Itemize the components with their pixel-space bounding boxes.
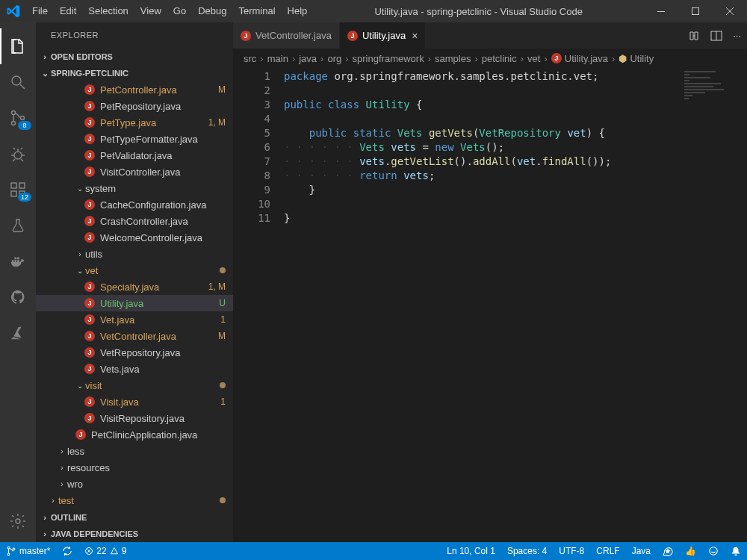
sidebar-title: EXPLORER: [36, 22, 233, 49]
status-smile-icon[interactable]: [702, 542, 725, 560]
breadcrumb-seg[interactable]: src: [244, 53, 256, 64]
activity-explorer[interactable]: [0, 28, 36, 64]
file-VisitRepository.java[interactable]: JVisitRepository.java: [36, 410, 233, 426]
status-thumbs-icon[interactable]: 👍: [679, 542, 702, 560]
activity-azure[interactable]: [0, 315, 36, 351]
java-icon: J: [84, 149, 96, 161]
status-branch[interactable]: master*: [0, 542, 56, 560]
status-bell-icon[interactable]: [725, 542, 747, 560]
code-content[interactable]: package org.springframework.samples.petc…: [284, 68, 747, 542]
tree-label: Vets.java: [100, 364, 233, 375]
tree-label: Utility.java: [100, 298, 219, 309]
status-encoding[interactable]: UTF-8: [553, 542, 590, 560]
breadcrumb-seg[interactable]: ⬢Utility: [619, 53, 654, 64]
file-PetValidator.java[interactable]: JPetValidator.java: [36, 147, 233, 164]
menu-debug[interactable]: Debug: [192, 0, 232, 22]
tab-Utility.java[interactable]: JUtility.java×: [340, 22, 426, 49]
section-outline[interactable]: ›OUTLINE: [36, 509, 233, 526]
minimize-button[interactable]: [644, 0, 678, 22]
status-problems[interactable]: 22 9: [78, 542, 132, 560]
status-feedback-icon[interactable]: [657, 542, 679, 560]
breadcrumb-seg[interactable]: main: [267, 53, 288, 64]
folder-visit[interactable]: ⌄visit: [36, 377, 233, 393]
close-icon[interactable]: ×: [412, 30, 418, 42]
file-Utility.java[interactable]: JUtility.javaU: [36, 295, 233, 311]
folder-less[interactable]: ›less: [36, 443, 233, 459]
svg-point-2: [12, 76, 21, 85]
menu-help[interactable]: Help: [282, 0, 314, 22]
svg-rect-10: [19, 183, 25, 188]
status-lang[interactable]: Java: [626, 542, 657, 560]
chevron-icon: ›: [48, 497, 58, 505]
menu-edit[interactable]: Edit: [54, 0, 82, 22]
folder-utils[interactable]: ›utils: [36, 246, 233, 262]
file-Vets.java[interactable]: JVets.java: [36, 361, 233, 377]
file-VetRepository.java[interactable]: JVetRepository.java: [36, 344, 233, 361]
maximize-button[interactable]: [678, 0, 713, 22]
breadcrumbs[interactable]: src›main›java›org›springframework›sample…: [233, 49, 747, 68]
java-icon: J: [84, 412, 96, 424]
class-icon: ⬢: [619, 53, 627, 64]
menu-selection[interactable]: Selection: [82, 0, 134, 22]
breadcrumb-seg[interactable]: petclinic: [482, 53, 517, 64]
menu-file[interactable]: File: [26, 0, 54, 22]
status-sync[interactable]: [56, 542, 78, 560]
folder-vet[interactable]: ⌄vet: [36, 262, 233, 279]
menu-terminal[interactable]: Terminal: [232, 0, 281, 22]
more-icon[interactable]: ···: [733, 30, 741, 41]
section-project[interactable]: ⌄SPRING-PETCLINIC: [36, 65, 233, 81]
status-position[interactable]: Ln 10, Col 1: [441, 542, 501, 560]
folder-test[interactable]: ›test: [36, 492, 233, 508]
file-Vet.java[interactable]: JVet.java1: [36, 311, 233, 328]
java-icon: J: [75, 429, 87, 441]
java-icon: J: [84, 100, 96, 112]
file-WelcomeController.java[interactable]: JWelcomeController.java: [36, 229, 233, 246]
tab-VetController.java[interactable]: JVetController.java: [233, 22, 340, 49]
status-spaces[interactable]: Spaces: 4: [501, 542, 553, 560]
section-java-deps[interactable]: ›JAVA DEPENDENCIES: [36, 526, 233, 542]
folder-system[interactable]: ⌄system: [36, 180, 233, 196]
status-eol[interactable]: CRLF: [590, 542, 625, 560]
breadcrumb-seg[interactable]: samples: [435, 53, 471, 64]
file-VetController.java[interactable]: JVetController.javaM: [36, 328, 233, 344]
activity-github[interactable]: [0, 279, 36, 315]
folder-resources[interactable]: ›resources: [36, 459, 233, 476]
activity-extensions[interactable]: 12: [0, 172, 36, 208]
file-CacheConfiguration.java[interactable]: JCacheConfiguration.java: [36, 196, 233, 213]
activity-debug[interactable]: [0, 136, 36, 172]
scm-badge: 8: [18, 121, 31, 130]
menu-view[interactable]: View: [134, 0, 167, 22]
file-PetController.java[interactable]: JPetController.javaM: [36, 81, 233, 98]
git-status: 1, M: [208, 281, 233, 292]
svg-point-5: [21, 116, 25, 120]
file-PetType.java[interactable]: JPetType.java1, M: [36, 114, 233, 131]
folder-wro[interactable]: ›wro: [36, 476, 233, 492]
section-label: JAVA DEPENDENCIES: [51, 529, 138, 538]
file-Visit.java[interactable]: JVisit.java1: [36, 393, 233, 410]
file-CrashController.java[interactable]: JCrashController.java: [36, 213, 233, 229]
compare-icon[interactable]: [688, 30, 700, 42]
file-Specialty.java[interactable]: JSpecialty.java1, M: [36, 279, 233, 295]
breadcrumb-seg[interactable]: vet: [527, 53, 540, 64]
folder-target[interactable]: ›target: [36, 508, 233, 509]
close-button[interactable]: [713, 0, 747, 22]
activity-docker[interactable]: [0, 243, 36, 279]
breadcrumb-seg[interactable]: JUtility.java: [551, 53, 608, 64]
activity-scm[interactable]: 8: [0, 100, 36, 136]
breadcrumb-seg[interactable]: java: [299, 53, 317, 64]
activity-search[interactable]: [0, 64, 36, 100]
menu-go[interactable]: Go: [167, 0, 192, 22]
activity-settings[interactable]: [0, 503, 36, 539]
file-VisitController.java[interactable]: JVisitController.java: [36, 164, 233, 180]
code-editor[interactable]: 1234567891011 package org.springframewor…: [233, 68, 747, 542]
breadcrumb-seg[interactable]: org: [327, 53, 341, 64]
file-PetRepository.java[interactable]: JPetRepository.java: [36, 98, 233, 114]
section-open-editors[interactable]: ›OPEN EDITORS: [36, 49, 233, 65]
file-PetTypeFormatter.java[interactable]: JPetTypeFormatter.java: [36, 131, 233, 147]
tree-label: VisitRepository.java: [100, 413, 233, 424]
split-icon[interactable]: [710, 30, 722, 42]
activity-test[interactable]: [0, 208, 36, 243]
file-PetClinicApplication.java[interactable]: JPetClinicApplication.java: [36, 426, 233, 443]
minimap[interactable]: [684, 71, 737, 101]
breadcrumb-seg[interactable]: springframework: [353, 53, 424, 64]
